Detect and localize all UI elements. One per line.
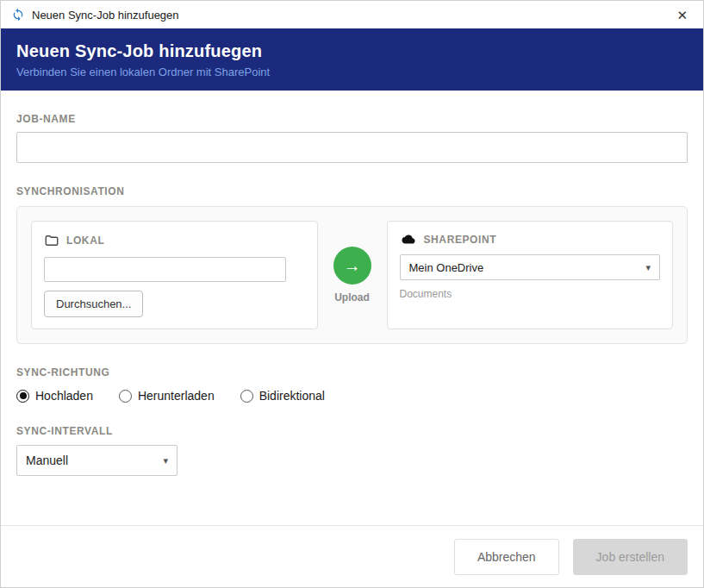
page-subtitle: Verbinden Sie einen lokalen Ordner mit S… bbox=[16, 66, 688, 78]
sharepoint-library-label: Documents bbox=[400, 288, 661, 300]
sync-panel: LOKAL Durchsuchen... → Upload SHAREPOINT bbox=[16, 206, 688, 344]
radio-herunterladen[interactable]: Herunterladen bbox=[119, 389, 215, 403]
page-title: Neuen Sync-Job hinzufuegen bbox=[16, 41, 688, 61]
local-path-input[interactable] bbox=[44, 257, 286, 282]
create-job-button[interactable]: Job erstellen bbox=[573, 539, 688, 575]
sharepoint-label: SHAREPOINT bbox=[424, 234, 497, 246]
sync-direction-options: Hochladen Herunterladen Bidirektional bbox=[16, 389, 688, 403]
radio-dot[interactable] bbox=[240, 390, 253, 403]
chevron-down-icon: ▾ bbox=[163, 455, 168, 466]
window-title: Neuen Sync-Job hinzufuegen bbox=[32, 9, 664, 22]
upload-label: Upload bbox=[334, 291, 370, 303]
synchronisation-label: SYNCHRONISATION bbox=[16, 185, 688, 197]
sync-direction-label: SYNC-RICHTUNG bbox=[16, 366, 688, 378]
sync-interval-select[interactable]: Manuell ▾ bbox=[16, 445, 178, 476]
chevron-down-icon: ▾ bbox=[645, 262, 651, 273]
sync-interval-selected: Manuell bbox=[26, 454, 68, 467]
sync-interval-label: SYNC-INTERVALL bbox=[16, 425, 688, 437]
cancel-button[interactable]: Abbrechen bbox=[454, 539, 559, 575]
job-name-label: JOB-NAME bbox=[16, 113, 688, 125]
dialog-header: Neuen Sync-Job hinzufuegen Verbinden Sie… bbox=[1, 28, 703, 91]
local-card: LOKAL Durchsuchen... bbox=[31, 221, 318, 329]
dialog-window: Neuen Sync-Job hinzufuegen ✕ Neuen Sync-… bbox=[0, 0, 704, 588]
sync-direction-indicator: → Upload bbox=[318, 221, 387, 329]
radio-dot[interactable] bbox=[119, 390, 132, 403]
folder-icon bbox=[44, 233, 59, 248]
local-label: LOKAL bbox=[66, 235, 104, 247]
sharepoint-site-selected: Mein OneDrive bbox=[409, 261, 484, 274]
job-name-input[interactable] bbox=[16, 132, 688, 163]
cloud-icon bbox=[400, 233, 417, 246]
dialog-footer: Abbrechen Job erstellen bbox=[1, 525, 703, 587]
sync-app-icon bbox=[11, 8, 25, 22]
close-icon[interactable]: ✕ bbox=[671, 7, 693, 23]
browse-button[interactable]: Durchsuchen... bbox=[44, 291, 143, 317]
upload-arrow-icon: → bbox=[333, 247, 371, 285]
sharepoint-card: SHAREPOINT Mein OneDrive ▾ Documents bbox=[387, 221, 674, 329]
titlebar: Neuen Sync-Job hinzufuegen ✕ bbox=[1, 1, 703, 28]
sharepoint-site-select[interactable]: Mein OneDrive ▾ bbox=[400, 254, 661, 280]
radio-bidirektional[interactable]: Bidirektional bbox=[240, 389, 325, 403]
dialog-body: JOB-NAME SYNCHRONISATION LOKAL Durchsuch… bbox=[1, 91, 703, 525]
radio-dot[interactable] bbox=[16, 390, 29, 403]
radio-hochladen[interactable]: Hochladen bbox=[16, 389, 93, 403]
